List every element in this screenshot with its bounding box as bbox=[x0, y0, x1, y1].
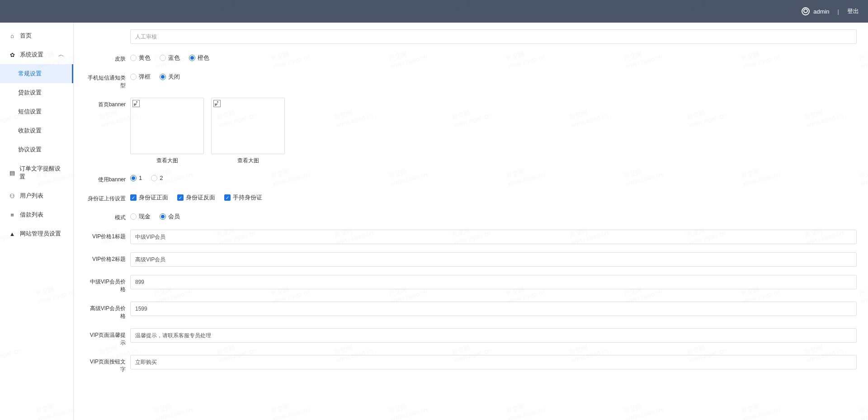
logout-link[interactable]: 登出 bbox=[847, 7, 859, 15]
nav-admin-settings[interactable]: ▲ 网站管理员设置 bbox=[0, 224, 73, 243]
high-vip-price-label: 高级VIP会员价格 bbox=[85, 302, 126, 320]
home-icon: ⌂ bbox=[9, 33, 15, 39]
audit-label bbox=[85, 29, 126, 33]
id-hand-checkbox[interactable]: 手持身份证 bbox=[224, 193, 262, 202]
vip-warm-tip-input[interactable] bbox=[130, 328, 857, 343]
sms-notify-label: 手机短信通知类型 bbox=[85, 71, 126, 90]
id-front-checkbox[interactable]: 身份证正面 bbox=[130, 193, 168, 202]
vip-button-input[interactable] bbox=[130, 355, 857, 369]
nav-sub-sms[interactable]: 短信设置 bbox=[0, 102, 73, 121]
sidebar: ⌂ 首页 ✿ 系统设置 ︿ 常规设置 贷款设置 短信设置 收款设置 协议设置 ▤… bbox=[0, 23, 74, 420]
nav-loanlist-label: 借款列表 bbox=[20, 211, 43, 219]
nav-order-reminder[interactable]: ▤ 订单文字提醒设置 bbox=[0, 159, 73, 186]
sms-close-radio[interactable]: 关闭 bbox=[160, 73, 180, 81]
sms-radio-group: 弹框 关闭 bbox=[130, 71, 857, 81]
banner-view-2[interactable]: 查看大图 bbox=[211, 157, 285, 165]
gear-icon: ✿ bbox=[9, 52, 15, 58]
nav-system-settings[interactable]: ✿ 系统设置 ︿ bbox=[0, 45, 73, 64]
skin-label: 皮肤 bbox=[85, 52, 126, 63]
skin-orange-radio[interactable]: 橙色 bbox=[189, 54, 209, 62]
id-back-checkbox[interactable]: 身份证反面 bbox=[177, 193, 215, 202]
vip2-title-label: VIP价格2标题 bbox=[85, 252, 126, 263]
nav-sub-general[interactable]: 常规设置 bbox=[0, 64, 73, 83]
header-user-block: admin | 登出 bbox=[802, 7, 859, 15]
banner-upload-1[interactable] bbox=[130, 98, 204, 154]
mode-member-radio[interactable]: 会员 bbox=[160, 212, 180, 221]
mid-vip-price-label: 中级VIP会员价格 bbox=[85, 275, 126, 293]
audit-select[interactable]: 人工审核 bbox=[130, 29, 857, 44]
header-separator: | bbox=[838, 8, 839, 15]
sms-popup-radio[interactable]: 弹框 bbox=[130, 73, 151, 81]
use-banner-1-radio[interactable]: 1 bbox=[130, 175, 142, 181]
mode-cash-radio[interactable]: 现金 bbox=[130, 212, 151, 221]
nav-system-label: 系统设置 bbox=[20, 51, 43, 59]
user-avatar-icon bbox=[802, 7, 810, 15]
broken-image-icon bbox=[213, 100, 221, 107]
nav-sub-loan[interactable]: 贷款设置 bbox=[0, 83, 73, 102]
nav-sub-payment[interactable]: 收款设置 bbox=[0, 121, 73, 140]
banner-label: 首页banner bbox=[85, 98, 126, 109]
lines-icon: ≡ bbox=[9, 212, 15, 218]
nav-userlist-label: 用户列表 bbox=[20, 192, 43, 200]
use-banner-2-radio[interactable]: 2 bbox=[151, 175, 163, 181]
top-header: admin | 登出 bbox=[0, 0, 868, 23]
skin-yellow-radio[interactable]: 黄色 bbox=[130, 54, 151, 62]
skin-blue-radio[interactable]: 蓝色 bbox=[160, 54, 180, 62]
username: admin bbox=[813, 8, 829, 15]
vip2-title-input[interactable] bbox=[130, 252, 857, 267]
id-upload-label: 身份证上传设置 bbox=[85, 192, 126, 203]
vip-button-label: VIP页面按钮文字 bbox=[85, 355, 126, 373]
broken-image-icon bbox=[132, 100, 140, 107]
mode-radio-group: 现金 会员 bbox=[130, 211, 857, 221]
main-content: 人工审核 皮肤 黄色 蓝色 橙色 手机短信通知类型 弹框 关闭 bbox=[74, 23, 868, 420]
nav-user-list[interactable]: ⚇ 用户列表 bbox=[0, 186, 73, 205]
nav-admin-label: 网站管理员设置 bbox=[20, 230, 61, 238]
use-banner-label: 使用banner bbox=[85, 173, 126, 184]
person-icon: ▲ bbox=[9, 231, 15, 237]
banner-view-1[interactable]: 查看大图 bbox=[130, 157, 204, 165]
users-icon: ⚇ bbox=[9, 193, 15, 199]
id-checkbox-group: 身份证正面 身份证反面 手持身份证 bbox=[130, 192, 857, 202]
nav-loan-list[interactable]: ≡ 借款列表 bbox=[0, 205, 73, 224]
high-vip-price-input[interactable] bbox=[130, 302, 857, 316]
banner-group: 查看大图 查看大图 bbox=[130, 98, 857, 165]
vip-warm-tip-label: VIP页面温馨提示 bbox=[85, 328, 126, 347]
banner-upload-2[interactable] bbox=[211, 98, 285, 154]
nav-order-label: 订单文字提醒设置 bbox=[19, 165, 64, 181]
chevron-up-icon: ︿ bbox=[58, 51, 64, 59]
skin-radio-group: 黄色 蓝色 橙色 bbox=[130, 52, 857, 62]
nav-home[interactable]: ⌂ 首页 bbox=[0, 26, 73, 45]
list-icon: ▤ bbox=[9, 170, 15, 176]
nav-home-label: 首页 bbox=[20, 32, 32, 40]
mid-vip-price-input[interactable] bbox=[130, 275, 857, 289]
mode-label: 模式 bbox=[85, 211, 126, 222]
use-banner-radio-group: 1 2 bbox=[130, 173, 857, 181]
nav-sub-agreement[interactable]: 协议设置 bbox=[0, 140, 73, 159]
vip1-title-input[interactable] bbox=[130, 230, 857, 244]
vip1-title-label: VIP价格1标题 bbox=[85, 230, 126, 241]
